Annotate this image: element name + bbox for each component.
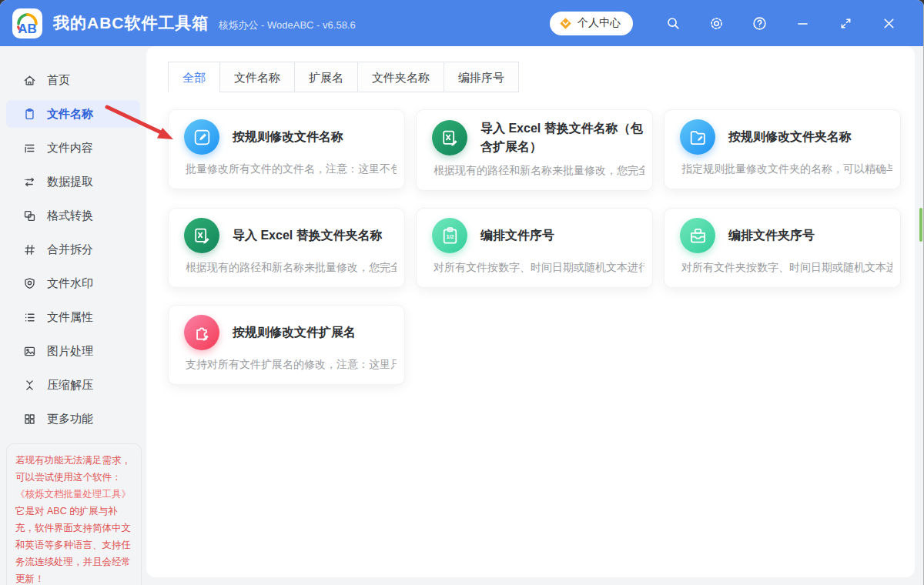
- home-icon: [23, 74, 36, 87]
- compress-icon: [23, 379, 36, 392]
- minimize-icon[interactable]: [781, 8, 824, 38]
- sidebar-nav: 首页文件名称文件内容数据提取格式转换合并拆分文件水印文件属性图片处理压缩解压更多…: [0, 66, 146, 433]
- app-title: 我的ABC软件工具箱: [53, 12, 209, 34]
- card-title: 按规则修改文件扩展名: [233, 323, 356, 342]
- sidebar-item-8[interactable]: 图片处理: [6, 337, 140, 365]
- titlebar: AB 我的ABC软件工具箱 核烁办公 - WodeABC - v6.58.6 个…: [0, 0, 924, 46]
- user-center-label: 个人中心: [578, 16, 621, 30]
- tab-2[interactable]: 扩展名: [294, 62, 358, 92]
- titlebar-actions: 个人中心: [550, 8, 910, 38]
- card-title: 按规则修改文件夹名称: [728, 128, 852, 146]
- card-description: 根据现有的路径和新名称来批量修改，您完全可以利: [434, 164, 644, 178]
- sidebar-item-label: 图片处理: [47, 344, 93, 359]
- feature-card-2[interactable]: 按规则修改文件夹名称指定规则批量修改文件夹的名称，可以精确与模糊替: [664, 109, 901, 189]
- sidebar-item-label: 首页: [47, 73, 70, 88]
- feature-card-0[interactable]: 按规则修改文件名称批量修改所有文件的文件名，注意：这里不包含扩展: [168, 109, 405, 189]
- sidebar-item-9[interactable]: 压缩解压: [6, 371, 140, 399]
- sidebar-item-label: 合并拆分: [47, 242, 93, 257]
- card-title: 编排文件夹序号: [728, 226, 815, 245]
- drawer-icon: [680, 218, 715, 253]
- sidebar: 首页文件名称文件内容数据提取格式转换合并拆分文件水印文件属性图片处理压缩解压更多…: [0, 46, 146, 585]
- sidebar-item-4[interactable]: 格式转换: [6, 202, 140, 229]
- tab-0[interactable]: 全部: [168, 62, 220, 92]
- sidebar-item-5[interactable]: 合并拆分: [6, 236, 140, 263]
- card-description: 支持对所有文件扩展名的修改，注意：这里只是修改: [186, 358, 397, 372]
- sidebar-item-label: 文件属性: [47, 310, 93, 325]
- file-content-icon: [23, 142, 36, 155]
- logo-text: AB: [12, 22, 42, 37]
- feature-card-1[interactable]: 导入 Excel 替换文件名称（包含扩展名）根据现有的路径和新名称来批量修改，您…: [416, 109, 653, 191]
- card-description: 根据现有的路径和新名称来批量修改，您完全可以利: [186, 261, 397, 275]
- file-attrs-icon: [23, 311, 36, 324]
- file-name-icon: [23, 108, 36, 121]
- merge-split-icon: [23, 243, 36, 256]
- folder-edit-icon: [680, 119, 715, 155]
- image-icon: [23, 345, 36, 358]
- format-convert-icon: [23, 209, 36, 222]
- card-grid: 按规则修改文件名称批量修改所有文件的文件名，注意：这里不包含扩展导入 Excel…: [168, 109, 915, 385]
- sidebar-item-label: 更多功能: [47, 412, 93, 426]
- settings-gear-icon[interactable]: [695, 8, 738, 38]
- feature-card-3[interactable]: 导入 Excel 替换文件夹名称根据现有的路径和新名称来批量修改，您完全可以利: [168, 208, 405, 288]
- tab-bar: 全部文件名称扩展名文件夹名称编排序号: [168, 62, 915, 92]
- sidebar-item-label: 数据提取: [47, 175, 93, 189]
- edit-note-icon: [184, 119, 219, 155]
- sidebar-notice: 若现有功能无法满足需求，可以尝试使用这个软件：《核烁文档批量处理工具》它是对 A…: [6, 443, 142, 585]
- maximize-icon[interactable]: [824, 8, 867, 38]
- sidebar-item-label: 文件内容: [47, 141, 93, 155]
- feature-card-6[interactable]: 按规则修改文件扩展名支持对所有文件扩展名的修改，注意：这里只是修改: [168, 305, 405, 385]
- app-subtitle: 核烁办公 - WodeABC - v6.58.6: [219, 18, 356, 32]
- feature-card-4[interactable]: 1/2编排文件序号对所有文件按数字、时间日期或随机文本进行批量修: [416, 208, 653, 288]
- sidebar-item-label: 文件名称: [47, 107, 93, 122]
- user-center-button[interactable]: 个人中心: [550, 12, 633, 35]
- feature-card-5[interactable]: 编排文件夹序号对所有文件夹按数字、时间日期或随机文本进行批量: [664, 208, 901, 288]
- sidebar-item-3[interactable]: 数据提取: [6, 168, 140, 196]
- card-title: 编排文件序号: [480, 226, 554, 245]
- sidebar-item-label: 压缩解压: [47, 378, 93, 393]
- sidebar-item-10[interactable]: 更多功能: [6, 405, 140, 433]
- clipboard-12-icon: 1/2: [432, 218, 467, 253]
- sidebar-item-0[interactable]: 首页: [6, 66, 140, 94]
- card-title: 导入 Excel 替换文件夹名称: [233, 226, 383, 245]
- sidebar-item-2[interactable]: 文件内容: [6, 134, 140, 162]
- tab-3[interactable]: 文件夹名称: [357, 62, 444, 92]
- tab-4[interactable]: 编排序号: [444, 62, 519, 92]
- tab-1[interactable]: 文件名称: [219, 62, 295, 92]
- notice-text-before: 若现有功能无法满足需求，可以尝试使用这个软件：: [15, 455, 131, 483]
- scrollbar-thumb[interactable]: [919, 208, 922, 242]
- card-title: 导入 Excel 替换文件名称（包含扩展名）: [480, 119, 644, 156]
- notice-text-after: 它是对 ABC 的扩展与补充，软件界面支持简体中文和英语等多种语言、支持任务流连…: [15, 506, 131, 584]
- app-logo-icon: AB: [12, 8, 42, 38]
- excel-edit-icon: [432, 120, 467, 155]
- excel-edit-icon: [184, 218, 219, 253]
- svg-text:1/2: 1/2: [446, 233, 454, 240]
- more-grid-icon: [23, 413, 36, 426]
- data-extract-icon: [23, 176, 36, 189]
- notice-link[interactable]: 《核烁文档批量处理工具》: [15, 489, 131, 500]
- card-description: 指定规则批量修改文件夹的名称，可以精确与模糊替: [681, 162, 892, 176]
- help-icon[interactable]: [738, 8, 781, 38]
- search-icon[interactable]: [651, 8, 695, 38]
- watermark-icon: [23, 277, 36, 290]
- card-description: 批量修改所有文件的文件名，注意：这里不包含扩展: [186, 162, 397, 176]
- sidebar-item-7[interactable]: 文件属性: [6, 303, 140, 331]
- sidebar-item-label: 格式转换: [47, 209, 93, 223]
- card-description: 对所有文件夹按数字、时间日期或随机文本进行批量: [681, 261, 892, 275]
- app-window: AB 我的ABC软件工具箱 核烁办公 - WodeABC - v6.58.6 个…: [0, 0, 924, 585]
- close-icon[interactable]: [867, 8, 910, 38]
- vip-diamond-icon: [559, 17, 572, 30]
- puzzle-edit-icon: [184, 315, 219, 350]
- card-title: 按规则修改文件名称: [233, 128, 343, 146]
- card-description: 对所有文件按数字、时间日期或随机文本进行批量修: [434, 261, 644, 275]
- sidebar-item-1[interactable]: 文件名称: [6, 100, 140, 128]
- sidebar-item-6[interactable]: 文件水印: [6, 269, 140, 297]
- sidebar-item-label: 文件水印: [47, 276, 93, 291]
- main-area: 全部文件名称扩展名文件夹名称编排序号 按规则修改文件名称批量修改所有文件的文件名…: [146, 46, 924, 585]
- main-panel: 全部文件名称扩展名文件夹名称编排序号 按规则修改文件名称批量修改所有文件的文件名…: [146, 46, 915, 577]
